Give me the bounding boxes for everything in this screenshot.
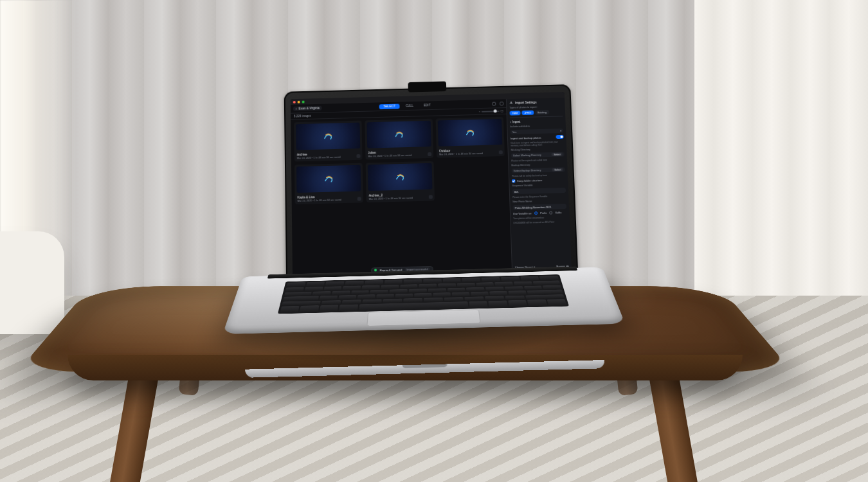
import-icon	[509, 101, 513, 105]
keep-structure-checkbox[interactable]	[512, 179, 515, 183]
album-options-icon[interactable]	[356, 154, 360, 158]
include-subfolders-label: Include subfolders	[510, 124, 563, 128]
radio-prefix[interactable]	[534, 211, 538, 215]
breadcrumb[interactable]: ‹ Evan & Virginia	[293, 106, 322, 111]
rename-hint: Your photos will be renamed as:	[513, 216, 566, 220]
window-minimize-icon[interactable]	[298, 100, 300, 103]
album-options-icon[interactable]	[429, 195, 433, 199]
slider-thumb[interactable]	[494, 109, 497, 112]
album-card[interactable]: Archive_2 Mar 24, 2020 • 1 hr 48 min 34 …	[366, 161, 435, 202]
types-label: Types of photos to import:	[509, 105, 562, 109]
back-chevron-icon[interactable]: ‹	[296, 107, 297, 111]
image-count: 8,228 images	[294, 114, 311, 118]
app-logo-icon	[393, 129, 404, 139]
app-logo-icon	[465, 127, 475, 138]
album-thumbnail	[296, 165, 361, 193]
chevron-down-icon: ▾	[560, 129, 561, 132]
album-thumbnail	[438, 119, 503, 147]
album-card[interactable]: Outdoor Mar 24, 2020 • 1 hr 48 min 34 se…	[436, 117, 505, 158]
working-dir-select-button[interactable]: Select	[552, 153, 563, 156]
album-options-icon[interactable]	[357, 197, 361, 201]
album-thumbnail	[366, 121, 431, 148]
sequence-input[interactable]: 001	[512, 188, 566, 194]
thumbnail-size-slider[interactable]: ▫ ◻	[479, 109, 503, 113]
section-ingest[interactable]: Ingest	[510, 119, 563, 123]
album-card[interactable]: Kayla & Lisa Mar 24, 2020 • 1 hr 48 min …	[294, 163, 363, 204]
tab-select[interactable]: SELECT	[379, 103, 400, 109]
working-dir-placeholder: Select Working Directory	[513, 153, 541, 157]
sequence-label: Sequence Variable	[512, 183, 565, 187]
new-name-label: New Photo Name	[512, 199, 566, 203]
backup-dir-placeholder: Select Backup Directory	[514, 168, 541, 172]
project-title: Evan & Virginia	[298, 107, 320, 111]
panel-title: Import Settings	[509, 100, 563, 105]
use-variable-label: Use Variable as:	[513, 211, 532, 215]
import-settings-panel: Import Settings Types of photos to impor…	[506, 98, 572, 271]
working-dir-hint: Photos will be copied and culled here	[511, 158, 565, 162]
backup-dir-label: Backup Directory	[511, 163, 565, 166]
sequence-hint: Please enter the Sequence Variable	[512, 195, 566, 199]
tab-edit[interactable]: EDIT	[419, 103, 435, 108]
laptop: ‹ Evan & Virginia SELECT CULL EDIT	[237, 82, 604, 368]
working-dir-field[interactable]: Select Working Directory Select	[511, 152, 565, 157]
ingest-backup-toggle[interactable]	[556, 135, 564, 139]
window-zoom-icon[interactable]	[302, 100, 305, 103]
app-screen: ‹ Evan & Virginia SELECT CULL EDIT	[291, 92, 572, 277]
tab-cull[interactable]: CULL	[401, 103, 418, 109]
ingest-backup-hint: Click here to ingest and backup photos f…	[511, 141, 564, 147]
keep-structure-label: Keep folder structure	[517, 179, 542, 183]
include-subfolders-select[interactable]: Yes ▾	[511, 129, 564, 134]
album-card[interactable]: Julien Mar 24, 2020 • 1 hr 48 min 34 sec…	[365, 119, 433, 160]
settings-toggle-icon[interactable]	[500, 102, 503, 105]
album-thumbnail	[368, 163, 433, 191]
file-type-chips: RAW JPEG Existing	[509, 110, 563, 116]
ingest-backup-label: Ingest and backup photos	[511, 136, 541, 139]
webcam-cover	[408, 81, 446, 92]
album-options-icon[interactable]	[428, 152, 431, 156]
album-grid: Archive Mar 24, 2020 • 1 hr 48 min 34 se…	[291, 114, 511, 268]
window-close-icon[interactable]	[293, 100, 296, 103]
album-thumbnail	[296, 123, 360, 150]
rename-example: DSC034858 will be renamed as 001-Peter	[513, 220, 566, 224]
app-logo-icon	[323, 174, 334, 184]
app-logo-icon	[395, 172, 405, 182]
zoom-in-icon[interactable]: ◻	[500, 109, 503, 112]
laptop-display: ‹ Evan & Virginia SELECT CULL EDIT	[284, 84, 579, 283]
chip-jpeg[interactable]: JPEG	[522, 111, 534, 115]
album-options-icon[interactable]	[499, 150, 503, 154]
radio-suffix-label: Suffix	[555, 211, 561, 214]
laptop-base	[222, 267, 625, 334]
album-card[interactable]: Archive Mar 24, 2020 • 1 hr 48 min 34 se…	[294, 121, 362, 162]
radio-suffix[interactable]	[549, 211, 552, 215]
slider-track[interactable]	[482, 111, 500, 112]
zoom-out-icon[interactable]: ▫	[479, 110, 480, 113]
working-dir-label: Working Directory	[511, 148, 565, 152]
new-name-input[interactable]: Peter-Wedding-November-2021	[513, 204, 566, 210]
app-logo-icon	[323, 131, 333, 141]
radio-prefix-label: Prefix	[540, 211, 547, 215]
backup-dir-select-button[interactable]: Select	[552, 168, 563, 171]
layout-toggle-icon[interactable]	[492, 102, 496, 105]
chip-raw[interactable]: RAW	[509, 111, 520, 115]
mode-tabs: SELECT CULL EDIT	[379, 103, 435, 109]
backup-dir-field[interactable]: Select Backup Directory Select	[512, 167, 565, 173]
panel-title-text: Import Settings	[515, 100, 537, 105]
chip-existing[interactable]: Existing	[535, 110, 549, 114]
include-subfolders-value: Yes	[512, 130, 517, 134]
backup-dir-hint: Photos will be safely backed up here	[512, 174, 565, 177]
